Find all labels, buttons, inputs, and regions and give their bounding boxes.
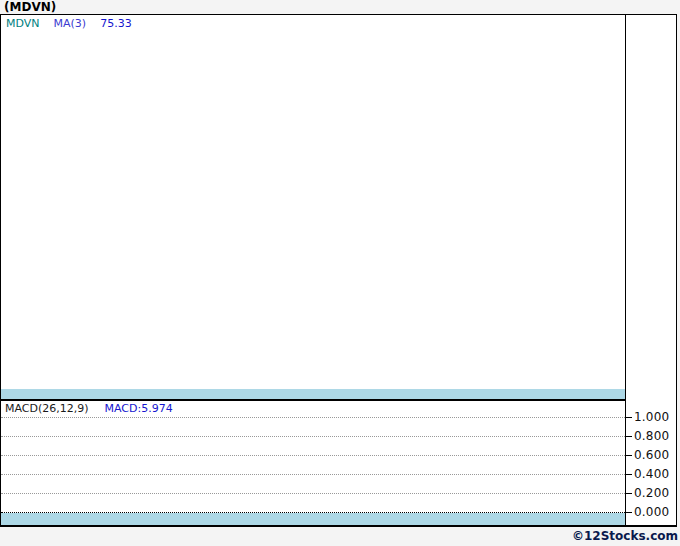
y-tick-label: 0.600: [634, 449, 669, 462]
y-tick-label: 0.200: [634, 487, 669, 500]
tick-mark-icon: [626, 512, 632, 513]
gridline-0600: [1, 455, 625, 456]
y-tick: 0.000: [626, 506, 669, 519]
legend-ma-label: MA(3): [54, 17, 87, 30]
y-tick: 0.200: [626, 487, 669, 500]
highlight-band-lower: [1, 513, 625, 525]
gridline-0400: [1, 474, 625, 475]
tick-mark-icon: [626, 474, 632, 475]
price-panel: MDVNMA(3)75.33: [1, 15, 625, 399]
macd-label: MACD(26,12,9): [5, 402, 89, 415]
tick-mark-icon: [626, 436, 632, 437]
y-tick: 0.400: [626, 468, 669, 481]
chart-frame: MDVNMA(3)75.33 MACD(26,12,9)MACD:5.974 1…: [0, 14, 677, 527]
y-tick-label: 1.000: [634, 411, 669, 424]
y-tick: 0.800: [626, 430, 669, 443]
macd-panel: [1, 401, 625, 525]
macd-value: MACD:5.974: [105, 402, 173, 415]
copyright: ©12Stocks.com: [572, 529, 678, 544]
y-tick: 1.000: [626, 411, 669, 424]
stock-chart-page: (MDVN) MDVNMA(3)75.33 MACD(26,12,9)MACD:…: [0, 0, 680, 546]
y-tick: 0.600: [626, 449, 669, 462]
highlight-band-upper: [1, 389, 625, 399]
gridline-0800: [1, 436, 625, 437]
y-tick-label: 0.800: [634, 430, 669, 443]
tick-mark-icon: [626, 417, 632, 418]
legend-ticker: MDVN: [6, 17, 40, 30]
legend-ma-value: 75.33: [100, 17, 132, 30]
y-tick-label: 0.000: [634, 506, 669, 519]
gridline-0200: [1, 493, 625, 494]
price-legend: MDVNMA(3)75.33: [6, 17, 132, 30]
tick-mark-icon: [626, 455, 632, 456]
gridline-1000: [1, 417, 625, 418]
y-tick-label: 0.400: [634, 468, 669, 481]
tick-mark-icon: [626, 493, 632, 494]
page-title: (MDVN): [4, 0, 56, 14]
macd-legend: MACD(26,12,9)MACD:5.974: [5, 402, 173, 415]
